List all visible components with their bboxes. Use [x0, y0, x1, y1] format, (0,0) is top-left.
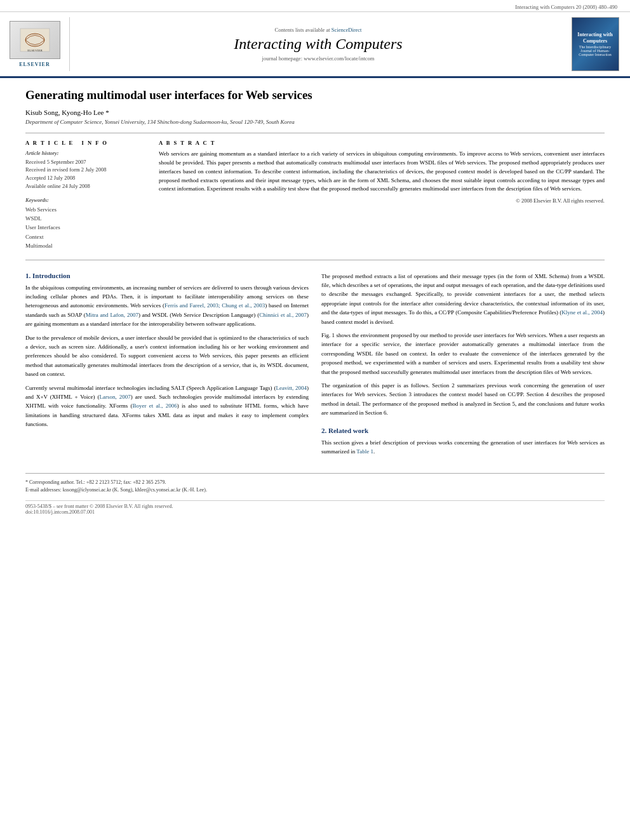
- section1-title: 1. Introduction: [25, 272, 309, 279]
- divider-2: [25, 260, 605, 260]
- keyword-3: User Interfaces: [25, 223, 146, 232]
- article-info-col: A R T I C L E I N F O Article history: R…: [25, 140, 146, 251]
- elsevier-brand-text: ELSEVIER: [19, 62, 50, 67]
- section1-right-para2: Fig. 1 shows the environment proposed by…: [321, 331, 605, 377]
- abstract-header: A B S T R A C T: [159, 140, 605, 146]
- ref-larson: Larson, 2007: [100, 394, 131, 400]
- body-section: 1. Introduction In the ubiquitous comput…: [25, 272, 605, 461]
- keywords-section: Keywords: Web Services WSDL User Interfa…: [25, 197, 146, 251]
- cover-title: Interacting with Computers: [575, 32, 616, 44]
- section1-para1: In the ubiquitous computing environments…: [25, 283, 309, 329]
- cover-image: Interacting with Computers The Interdisc…: [572, 17, 619, 71]
- paper-title: Generating multimodal user interfaces fo…: [25, 88, 605, 103]
- email-note: E-mail addresses: kssong@iclyonsei.ac.kr…: [25, 486, 605, 494]
- keyword-4: Context: [25, 232, 146, 241]
- journal-cover: Interacting with Computers The Interdisc…: [566, 17, 624, 71]
- section1-right-para1: The proposed method extracts a list of o…: [321, 272, 605, 326]
- ref-chinnici: Chinnici et al., 2007: [259, 312, 307, 318]
- sciencedirect-line: Contents lists available at ScienceDirec…: [275, 27, 362, 33]
- ref-boyer: Boyer et al., 2006: [133, 403, 177, 409]
- journal-title: Interacting with Computers: [234, 36, 402, 53]
- journal-volume-info: Interacting with Computers 20 (2008) 480…: [515, 4, 617, 10]
- copyright: © 2008 Elsevier B.V. All rights reserved…: [159, 197, 605, 204]
- sciencedirect-link[interactable]: ScienceDirect: [332, 27, 362, 33]
- elsevier-logo-image: ELSEVIER: [10, 21, 60, 59]
- body-left-col: 1. Introduction In the ubiquitous comput…: [25, 272, 309, 461]
- ref-ferris: Ferris and Fareel, 2003; Chung et al., 2…: [164, 302, 265, 309]
- revised-date: Received in revised form 2 July 2008: [25, 166, 146, 174]
- paper-affiliation: Department of Computer Science, Yonsei U…: [25, 119, 605, 125]
- abstract-text: Web services are gaining momentum as a s…: [159, 150, 605, 194]
- section1-para2: Due to the prevalence of mobile devices,…: [25, 333, 309, 379]
- keywords-label: Keywords:: [25, 197, 146, 203]
- svg-text:ELSEVIER: ELSEVIER: [27, 49, 43, 52]
- body-right-col: The proposed method extracts a list of o…: [321, 272, 605, 461]
- ref-table1: Table 1: [356, 448, 373, 455]
- journal-reference: Interacting with Computers 20 (2008) 480…: [0, 0, 630, 12]
- section1-para3: Currently several multimodal interface t…: [25, 383, 309, 429]
- issn-info: 0953-5438/$ – see front matter © 2008 El…: [25, 503, 605, 509]
- keyword-2: WSDL: [25, 214, 146, 223]
- cover-subtitle: The Interdisciplinary Journal of Human-C…: [575, 45, 616, 57]
- main-content: Generating multimodal user interfaces fo…: [0, 78, 630, 528]
- svg-rect-0: [20, 29, 50, 51]
- article-history: Article history: Received 5 September 20…: [25, 150, 146, 190]
- received-date: Received 5 September 2007: [25, 158, 146, 166]
- keyword-5: Multimodal: [25, 241, 146, 250]
- section2-title: 2. Related work: [321, 427, 605, 434]
- abstract-col: A B S T R A C T Web services are gaining…: [159, 140, 605, 251]
- keyword-1: Web Services: [25, 205, 146, 214]
- ref-leavitt: Leavitt, 2004: [276, 385, 307, 391]
- footer-bottom: 0953-5438/$ – see front matter © 2008 El…: [25, 500, 605, 515]
- accepted-date: Accepted 12 July 2008: [25, 174, 146, 182]
- divider: [25, 133, 605, 133]
- article-info-header: A R T I C L E I N F O: [25, 140, 146, 146]
- sciencedirect-prefix: Contents lists available at: [275, 27, 330, 33]
- available-date: Available online 24 July 2008: [25, 182, 146, 190]
- ref-klyne: Klyne et al., 2004: [561, 309, 603, 316]
- doi-info: doi:10.1016/j.intcom.2008.07.001: [25, 509, 605, 515]
- footer-area: * Corresponding author. Tel.: +82 2 2123…: [25, 473, 605, 494]
- ref-mitra: Mitra and Lafon, 2007: [86, 312, 138, 318]
- elsevier-logo-section: ELSEVIER ELSEVIER: [6, 17, 70, 71]
- paper-authors: Kisub Song, Kyong-Ho Lee *: [25, 109, 605, 116]
- history-label: Article history:: [25, 150, 146, 156]
- section1-right-para3: The organization of this paper is as fol…: [321, 381, 605, 418]
- article-info-abstract-section: A R T I C L E I N F O Article history: R…: [25, 140, 605, 251]
- authors-text: Kisub Song, Kyong-Ho Lee *: [25, 109, 109, 116]
- journal-homepage: journal homepage: www.elsevier.com/locat…: [262, 55, 375, 62]
- journal-center-section: Contents lists available at ScienceDirec…: [76, 17, 560, 71]
- section2-para1: This section gives a brief description o…: [321, 438, 605, 457]
- journal-header: ELSEVIER ELSEVIER Contents lists availab…: [0, 12, 630, 78]
- corresponding-author-note: * Corresponding author. Tel.: +82 2 2123…: [25, 479, 605, 486]
